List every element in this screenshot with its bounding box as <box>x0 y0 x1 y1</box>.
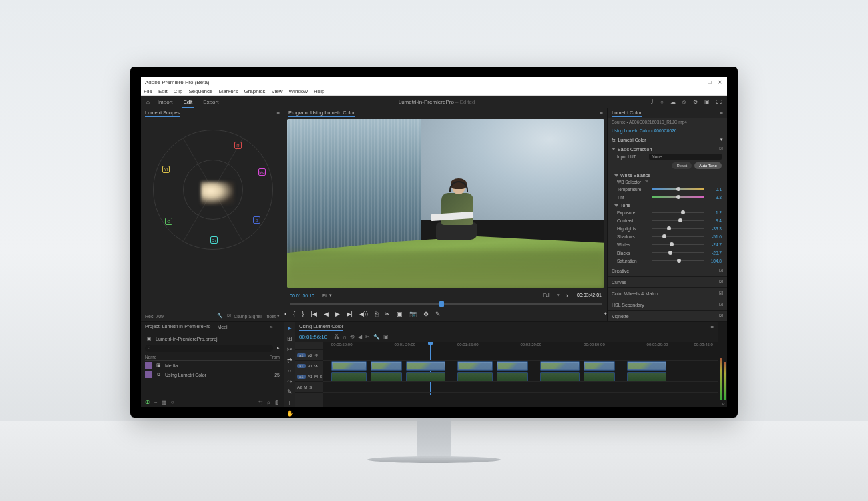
comparison-button[interactable]: ✎ <box>435 311 441 317</box>
track-select-tool[interactable]: ⊞ <box>287 335 292 342</box>
input-lut-dropdown[interactable]: None <box>649 154 722 160</box>
track-a1[interactable] <box>323 371 718 382</box>
temperature-slider[interactable] <box>652 188 704 190</box>
program-scrubber[interactable] <box>290 301 602 307</box>
audio-clip[interactable] <box>540 372 580 381</box>
temperature-value[interactable]: -0.1 <box>707 187 722 192</box>
track-a2-label[interactable]: A2 <box>297 385 302 389</box>
eyedropper-icon[interactable]: ✎ <box>645 179 649 184</box>
audio-clip[interactable] <box>627 372 666 381</box>
menu-clip[interactable]: Clip <box>174 88 183 94</box>
audio-clip[interactable] <box>406 372 445 381</box>
icon-view-icon[interactable]: ▦ <box>162 399 167 405</box>
panel-menu-icon[interactable]: ≡ <box>711 324 714 330</box>
track-v2-label[interactable]: V2 <box>308 353 312 357</box>
menu-window[interactable]: Window <box>289 88 308 94</box>
video-clip[interactable] <box>457 361 493 371</box>
effect-name[interactable]: Lumetri Color <box>618 138 646 142</box>
mark-out-icon[interactable]: } <box>302 311 304 317</box>
goto-in-button[interactable]: |◀ <box>310 311 316 317</box>
lumetri-master[interactable]: Using Lumetri Color • A006C0026 <box>612 128 676 133</box>
basic-correction-section[interactable]: Basic Correction <box>618 147 652 152</box>
track-a2[interactable] <box>323 382 718 393</box>
exposure-slider[interactable] <box>652 212 704 213</box>
shadows-value[interactable]: -51.6 <box>707 234 722 239</box>
zoom-fit-dropdown[interactable]: Fit <box>322 293 328 298</box>
slip-tool[interactable]: ↔ <box>287 367 293 374</box>
play-button[interactable]: ▶ <box>335 311 340 317</box>
timeline-title[interactable]: Using Lumetri Color <box>299 323 343 331</box>
snap-icon[interactable]: ⁂ <box>334 334 339 340</box>
hand-tool-2[interactable]: ✋ <box>286 410 294 417</box>
goto-out-button[interactable]: ◀)) <box>359 311 368 317</box>
new-bin-icon[interactable]: ⦿ <box>145 399 150 405</box>
curves-section[interactable]: Curves☑ <box>608 276 727 287</box>
home-icon[interactable]: ⌂ <box>146 99 150 105</box>
export-frame-button[interactable]: ▣ <box>397 311 403 317</box>
insert-icon[interactable]: ◀ <box>358 334 362 340</box>
white-balance-section[interactable]: White Balance <box>620 173 650 178</box>
menu-graphics[interactable]: Graphics <box>244 88 265 94</box>
menu-sequence[interactable]: Sequence <box>188 88 212 94</box>
saturation-value[interactable]: 104.8 <box>707 259 722 263</box>
track-v1[interactable] <box>323 361 718 371</box>
playhead-icon[interactable] <box>439 301 444 307</box>
zoom-full-dropdown[interactable]: Full <box>543 293 550 297</box>
project-search-input[interactable]: ⌕ <box>145 345 273 352</box>
col-framerate[interactable]: Fram <box>270 355 280 359</box>
basic-correction-toggle[interactable]: ☑ <box>719 146 723 152</box>
menu-file[interactable]: File <box>144 88 152 94</box>
lift-button[interactable]: ⎘ <box>375 311 378 317</box>
tab-export[interactable]: Export <box>202 97 220 107</box>
tone-section[interactable]: Tone <box>620 203 630 208</box>
precision-dropdown[interactable]: float <box>267 314 276 319</box>
colorspace-label[interactable]: Rec. 709 <box>145 314 164 319</box>
whites-value[interactable]: -24.7 <box>707 242 722 247</box>
hand-tool[interactable]: ✎ <box>287 389 292 395</box>
wrench-icon[interactable]: 🔧 <box>217 313 223 319</box>
clamp-signal-checkbox[interactable]: Clamp Signal <box>234 314 262 319</box>
contrast-value[interactable]: 8.4 <box>707 218 722 223</box>
ripple-tool[interactable]: ✂ <box>287 346 292 353</box>
shadows-slider[interactable] <box>652 236 704 237</box>
maximize-button[interactable]: □ <box>706 79 713 86</box>
video-clip[interactable] <box>497 361 528 371</box>
settings-button[interactable]: ⚙ <box>423 311 429 317</box>
tab-import[interactable]: Import <box>156 97 174 107</box>
mark-in-icon[interactable]: { <box>293 311 295 317</box>
video-clip[interactable] <box>584 361 615 371</box>
blacks-slider[interactable] <box>652 252 704 253</box>
snapshot-button[interactable]: 📷 <box>409 311 417 317</box>
project-tab[interactable]: Project: Lumetri-in-PremierePro <box>145 324 210 329</box>
highlights-value[interactable]: -33.3 <box>707 226 722 231</box>
video-clip[interactable] <box>406 361 445 371</box>
fullscreen-icon[interactable]: ⛶ <box>716 99 722 105</box>
new-item-icon[interactable]: ⥃ <box>258 399 263 405</box>
settings-icon[interactable]: 🔧 <box>373 334 380 340</box>
type-tool[interactable]: T <box>288 399 292 406</box>
highlights-slider[interactable] <box>652 228 704 229</box>
progress-icon[interactable]: ○ <box>660 99 664 105</box>
step-fwd-button[interactable]: ▶| <box>347 311 353 317</box>
saturation-slider[interactable] <box>652 260 704 261</box>
extract-button[interactable]: ✂ <box>385 311 390 317</box>
delete-icon[interactable]: 🗑 <box>274 399 280 405</box>
video-clip[interactable] <box>540 361 580 371</box>
cloud-icon[interactable]: ☁ <box>670 99 676 105</box>
program-monitor[interactable] <box>287 119 604 288</box>
marker-icon[interactable]: ⟲ <box>350 334 355 340</box>
audio-clip[interactable] <box>497 372 528 381</box>
quick-export-icon[interactable]: ⎋ <box>682 99 686 105</box>
razor-tool[interactable]: ⇄ <box>287 357 292 363</box>
panel-icon[interactable]: ▣ <box>704 99 710 105</box>
menu-edit[interactable]: Edit <box>158 88 168 94</box>
col-name[interactable]: Name <box>145 355 270 359</box>
track-v2[interactable] <box>323 350 718 361</box>
freeform-view-icon[interactable]: ○ <box>171 399 174 405</box>
whites-slider[interactable] <box>652 244 704 245</box>
panel-menu-icon[interactable]: ≡ <box>720 110 723 116</box>
video-clip[interactable] <box>371 361 402 371</box>
auto-tone-button[interactable]: Auto Tone <box>694 162 722 169</box>
menu-help[interactable]: Help <box>314 88 324 94</box>
tint-value[interactable]: 3.3 <box>707 195 722 200</box>
